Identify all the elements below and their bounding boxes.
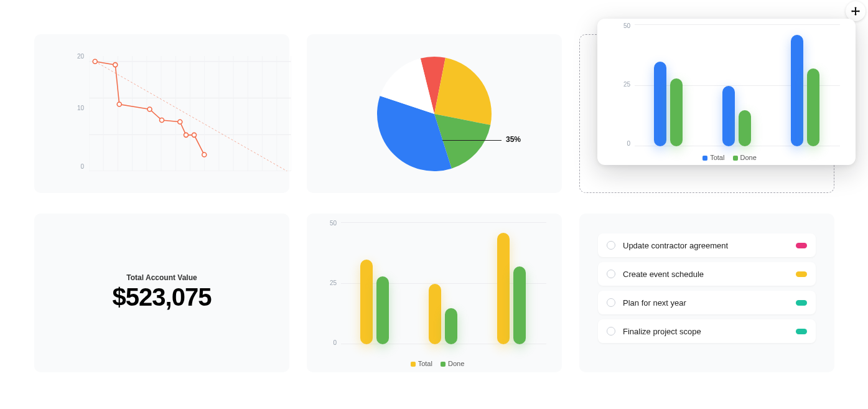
task-status-pill: [796, 300, 807, 306]
bar-ytick-0: 0: [319, 339, 337, 346]
task-status-pill: [796, 271, 807, 277]
pie-callout-line: [442, 140, 502, 141]
legend-blue-total: Total: [710, 154, 724, 161]
spark-ytick-20: 20: [65, 53, 84, 60]
pie-chart: [372, 52, 497, 176]
task-item[interactable]: Update contractor agreement: [598, 233, 816, 257]
legend-done: Done: [448, 360, 464, 367]
svg-point-28: [202, 153, 207, 157]
bar-chart-yellow-card: 50 25 0 Total Done: [307, 214, 562, 372]
bar-blue-legend: Total Done: [597, 154, 856, 161]
bar-blue-ytick-50: 50: [613, 22, 630, 29]
svg-point-25: [178, 120, 182, 124]
svg-line-19: [95, 62, 287, 171]
burndown-chart: [89, 56, 291, 171]
tasks-card: Update contractor agreementCreate event …: [579, 214, 834, 372]
task-item[interactable]: Finalize project scope: [598, 319, 816, 343]
account-value-amount: $523,075: [34, 283, 289, 311]
bar-blue-ytick-0: 0: [613, 140, 630, 147]
task-item[interactable]: Create event schedule: [598, 262, 816, 286]
task-radio[interactable]: [607, 298, 615, 307]
task-label: Create event schedule: [623, 270, 796, 279]
bar-ytick-25: 25: [319, 280, 337, 286]
task-list: Update contractor agreementCreate event …: [598, 233, 816, 348]
svg-point-21: [113, 63, 118, 67]
spark-ytick-10: 10: [65, 105, 84, 111]
task-radio[interactable]: [607, 270, 615, 278]
task-status-pill: [796, 243, 807, 248]
svg-point-26: [184, 133, 189, 137]
bar-chart-blue: [635, 25, 840, 146]
pie-card: 35%: [307, 34, 562, 193]
legend-total: Total: [418, 360, 432, 367]
task-label: Update contractor agreement: [623, 241, 796, 250]
legend-blue-done: Done: [740, 154, 757, 161]
bar-chart-blue-card-floating[interactable]: 50 25 0 Total Done: [597, 19, 856, 165]
task-label: Finalize project scope: [623, 327, 796, 336]
task-status-pill: [796, 329, 807, 334]
spark-ytick-0: 0: [65, 163, 84, 170]
burndown-sparkline-card: 20 10 0: [34, 34, 289, 193]
account-value-card: Total Account Value $523,075: [34, 214, 289, 372]
task-item[interactable]: Plan for next year: [598, 291, 816, 314]
svg-point-27: [192, 133, 197, 137]
pie-callout-label: 35%: [506, 135, 521, 144]
bar-blue-ytick-25: 25: [613, 81, 630, 88]
task-label: Plan for next year: [623, 298, 796, 308]
svg-point-20: [93, 59, 97, 63]
task-radio[interactable]: [607, 327, 615, 336]
account-value-title: Total Account Value: [34, 273, 289, 282]
bar-ytick-50: 50: [319, 220, 337, 227]
svg-point-23: [147, 107, 152, 111]
svg-point-24: [160, 118, 164, 123]
task-radio[interactable]: [607, 241, 615, 250]
svg-point-22: [117, 102, 121, 106]
bar-chart-yellow: [341, 223, 546, 344]
bar-legend: Total Done: [307, 360, 562, 367]
